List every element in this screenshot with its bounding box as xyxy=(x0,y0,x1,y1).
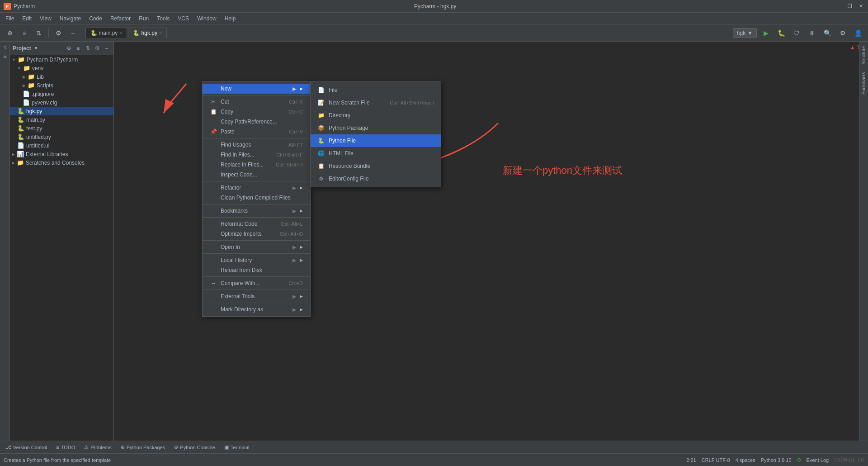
settings-main-btn[interactable]: ⚙ xyxy=(836,27,849,39)
tab-hgk-py[interactable]: 🐍 hgk.py × xyxy=(128,28,167,38)
sidebar-action-2[interactable]: ≡ xyxy=(74,44,82,52)
menu-help[interactable]: Help xyxy=(221,14,240,23)
ctx-copy-path[interactable]: Copy Path/Reference... xyxy=(203,117,310,127)
ctx-reload[interactable]: Reload from Disk xyxy=(203,265,310,275)
version-control-btn[interactable]: ⎇ Version Control xyxy=(4,443,49,451)
tree-main[interactable]: 🐍 main.py xyxy=(10,115,113,124)
left-sidebar-icons: P ≋ xyxy=(0,42,10,441)
navigate-btn[interactable]: ⊕ xyxy=(4,27,16,39)
tab-hgk-py-close[interactable]: × xyxy=(159,31,162,36)
ctx-compare[interactable]: ↔ Compare With... Ctrl+D xyxy=(203,278,310,288)
titlebar: P Pycharm Pycharm - hgk.py — ❐ ✕ xyxy=(0,0,868,13)
menu-view[interactable]: View xyxy=(36,14,55,23)
menu-navigate[interactable]: Navigate xyxy=(56,14,85,23)
tree-scratches[interactable]: ▶ 📁 Scratches and Consoles xyxy=(10,158,113,167)
tree-root[interactable]: ▼ 📁 Pycharm D:\Pycharm xyxy=(10,55,113,64)
maximize-button[interactable]: ❐ xyxy=(846,3,854,10)
ctx-cut[interactable]: ✂ Cut Ctrl+X xyxy=(203,97,310,107)
status-python[interactable]: Python 3.9.10 xyxy=(761,457,792,463)
sub-resource-bundle[interactable]: 📋 Resource Bundle xyxy=(311,160,441,172)
sub-file[interactable]: 📄 File xyxy=(311,84,441,96)
ctx-local-history[interactable]: Local History ▶ xyxy=(203,255,310,265)
sidebar-dropdown-btn[interactable]: ▼ xyxy=(34,46,38,51)
sub-python-file[interactable]: 🐍 Python File xyxy=(311,134,441,147)
ctx-external-tools[interactable]: External Tools ▶ xyxy=(203,291,310,301)
editor-tabs: 🐍 main.py × 🐍 hgk.py × xyxy=(81,28,731,38)
ctx-mark-directory[interactable]: Mark Directory as ▶ xyxy=(203,304,310,314)
todo-btn[interactable]: ≡ TODO xyxy=(54,444,77,451)
list-btn[interactable]: ≡ xyxy=(18,27,31,39)
tab-main-py[interactable]: 🐍 main.py × xyxy=(85,28,127,38)
resource-bundle-icon: 📋 xyxy=(317,162,325,170)
structure-icon[interactable]: ≋ xyxy=(1,52,9,61)
ctx-sep-7 xyxy=(203,253,310,254)
sidebar-action-3[interactable]: ⇅ xyxy=(84,44,92,52)
problems-btn[interactable]: ⚠ Problems xyxy=(82,443,113,451)
ctx-replace-files[interactable]: Replace in Files... Ctrl+Shift+R xyxy=(203,160,310,170)
ctx-open-in[interactable]: Open In ▶ xyxy=(203,242,310,252)
ctx-paste[interactable]: 📌 Paste Ctrl+V xyxy=(203,127,310,137)
coverage-button[interactable]: 🛡 xyxy=(790,27,803,39)
sidebar-settings[interactable]: ⚙ xyxy=(93,44,101,52)
ctx-optimize-imports[interactable]: Optimize Imports Ctrl+Alt+O xyxy=(203,229,310,239)
python-packages-btn[interactable]: ⊕ Python Packages xyxy=(119,443,167,451)
pause-button[interactable]: ⏸ xyxy=(806,27,818,39)
settings-btn[interactable]: ⚙ xyxy=(52,27,65,39)
ctx-find-files[interactable]: Find in Files... Ctrl+Shift+F xyxy=(203,150,310,160)
ctx-refactor[interactable]: Refactor ▶ xyxy=(203,183,310,193)
hgk-dropdown[interactable]: hgk ▼ xyxy=(733,28,757,38)
tree-scripts[interactable]: ▶ 📁 Scripts xyxy=(10,81,113,90)
tree-untitled-ui[interactable]: 📄 untitled.ui xyxy=(10,141,113,150)
ctx-sep-3 xyxy=(203,181,310,181)
ctx-inspect-code[interactable]: Inspect Code... xyxy=(203,170,310,180)
ctx-bookmarks[interactable]: Bookmarks ▶ xyxy=(203,206,310,216)
run-button[interactable]: ▶ xyxy=(760,27,772,39)
menu-run[interactable]: Run xyxy=(135,14,152,23)
ctx-copy[interactable]: 📋 Copy Ctrl+C xyxy=(203,107,310,117)
sub-scratch-file[interactable]: 📝 New Scratch File Ctrl+Alt+Shift+Insert xyxy=(311,96,441,109)
debug-button[interactable]: 🐛 xyxy=(775,27,788,39)
menu-edit[interactable]: Edit xyxy=(19,14,35,23)
menu-code[interactable]: Code xyxy=(85,14,106,23)
ctx-find-usages[interactable]: Find Usages Alt+F7 xyxy=(203,140,310,150)
sub-python-package[interactable]: 📦 Python Package xyxy=(311,122,441,134)
terminal-btn[interactable]: ▣ Terminal xyxy=(222,443,251,451)
tree-gitignore[interactable]: 📄 .gitignore xyxy=(10,90,113,98)
close-button[interactable]: ✕ xyxy=(857,3,864,10)
menu-tools[interactable]: Tools xyxy=(153,14,173,23)
sidebar-action-1[interactable]: ⊕ xyxy=(65,44,73,52)
tab-main-py-close[interactable]: × xyxy=(119,31,122,36)
sub-directory[interactable]: 📁 Directory xyxy=(311,109,441,122)
bottom-toolbar: ⎇ Version Control ≡ TODO ⚠ Problems ⊕ Py… xyxy=(0,441,868,453)
ctx-new[interactable]: New ▶ xyxy=(203,84,310,94)
tree-untitled-py[interactable]: 🐍 untitled.py xyxy=(10,133,113,141)
event-log-btn[interactable]: ⊕ xyxy=(797,457,801,463)
tree-lib[interactable]: ▶ 📁 Lib xyxy=(10,72,113,81)
search-button[interactable]: 🔍 xyxy=(821,27,834,39)
project-icon[interactable]: P xyxy=(1,43,9,52)
python-console-btn[interactable]: ⊕ Python Console xyxy=(172,443,217,451)
event-log-label[interactable]: Event Log xyxy=(807,457,829,463)
sub-html-file[interactable]: 🌐 HTML File xyxy=(311,147,441,160)
menu-file[interactable]: File xyxy=(2,14,18,23)
tree-venv[interactable]: ▼ 📁 venv xyxy=(10,64,113,72)
menu-window[interactable]: Window xyxy=(193,14,220,23)
ctx-clean-compiled[interactable]: Clean Python Compiled Files xyxy=(203,193,310,203)
tree-ext-libs[interactable]: ▶ 📊 External Libraries xyxy=(10,150,113,158)
minimize-button[interactable]: — xyxy=(835,3,843,10)
tree-hgk[interactable]: 🐍 hgk.py xyxy=(10,107,113,115)
ctx-reformat[interactable]: Reformat Code Ctrl+Alt+L xyxy=(203,219,310,229)
right-sidebar-structure[interactable]: Structure xyxy=(860,43,867,67)
sort-btn[interactable]: ⇅ xyxy=(33,27,45,39)
status-encoding[interactable]: CRLF UTF-8 xyxy=(702,457,730,463)
right-sidebar-bookmarks[interactable]: Bookmarks xyxy=(860,69,867,97)
status-indent[interactable]: 4 spaces xyxy=(736,457,755,463)
minimize-panel-btn[interactable]: − xyxy=(66,27,79,39)
menu-vcs[interactable]: VCS xyxy=(174,14,193,23)
sidebar-minimize[interactable]: − xyxy=(103,44,111,52)
tree-pyvenv[interactable]: 📄 pyvenv.cfg xyxy=(10,98,113,107)
tree-test[interactable]: 🐍 test.py xyxy=(10,124,113,133)
profile-btn[interactable]: 👤 xyxy=(852,27,864,39)
menu-refactor[interactable]: Refactor xyxy=(107,14,134,23)
sub-editorconfig[interactable]: ⚙ EditorConfig File xyxy=(311,172,441,185)
